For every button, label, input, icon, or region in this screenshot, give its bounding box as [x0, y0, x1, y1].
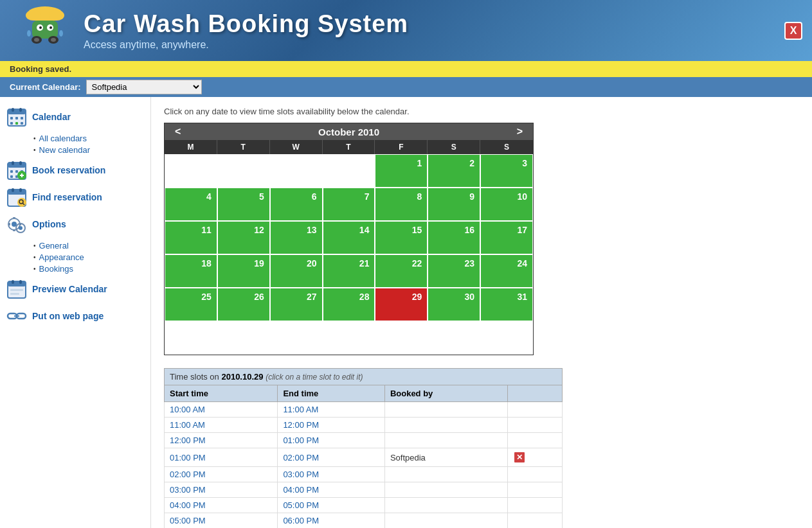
calendar-day-cell[interactable]: 18 — [165, 254, 217, 288]
calendar-day-cell[interactable]: 3 — [480, 154, 533, 188]
timeslots-header-bar: Time slots on 2010.10.29 (click on a tim… — [164, 368, 563, 385]
sidebar-appearance[interactable]: • Appearance — [33, 252, 144, 262]
timeslots-tbody: 10:00 AM11:00 AM11:00 AM12:00 PM12:00 PM… — [165, 402, 563, 529]
notification-bar: Booking saved. — [0, 61, 812, 77]
calendar-day-cell[interactable]: 30 — [428, 288, 480, 321]
timeslots-header-date: 2010.10.29 — [221, 372, 263, 382]
calendar-day-cell[interactable]: 28 — [323, 288, 375, 321]
calendar-day-cell[interactable]: 21 — [323, 254, 375, 288]
calendar-day-cell[interactable]: 17 — [480, 221, 533, 254]
calendar-day-cell[interactable]: 12 — [217, 221, 270, 254]
svg-rect-35 — [21, 173, 23, 177]
timeslot-end: 02:00 PM — [278, 448, 385, 467]
col-booked-by: Booked by — [384, 385, 507, 402]
calendar-day-cell[interactable]: 1 — [375, 154, 428, 188]
calendar-day-cell[interactable]: 7 — [323, 188, 375, 221]
sidebar-item-calendar[interactable]: Calendar — [6, 107, 144, 127]
calendar-day-cell[interactable]: 8 — [375, 188, 428, 221]
sidebar-item-book-reservation[interactable]: Book reservation — [6, 160, 144, 180]
timeslot-booked-by — [384, 482, 507, 498]
timeslot-row[interactable]: 02:00 PM03:00 PM — [165, 467, 563, 482]
calendar-bar: Current Calendar: Softpedia Default — [0, 77, 812, 97]
close-button[interactable]: X — [784, 22, 802, 40]
sidebar-all-calendars[interactable]: • All calendars — [33, 134, 144, 143]
calendar-widget: < October 2010 > MTWTFSS 123456789101112… — [164, 123, 534, 355]
sidebar-bookings[interactable]: • Bookings — [33, 264, 144, 274]
timeslot-row[interactable]: 04:00 PM05:00 PM — [165, 498, 563, 513]
timeslot-row[interactable]: 10:00 AM11:00 AM — [165, 402, 563, 418]
calendar-day-cell — [323, 154, 375, 188]
calendar-day-cell[interactable]: 5 — [217, 188, 270, 221]
calendar-days-header: MTWTFSS — [165, 140, 533, 154]
timeslots-table-header-row: Start time End time Booked by — [165, 385, 563, 402]
svg-rect-54 — [19, 280, 22, 284]
svg-rect-22 — [15, 122, 18, 125]
col-actions — [508, 385, 563, 402]
timeslot-end: 03:00 PM — [278, 467, 385, 482]
sidebar-item-find-reservation[interactable]: Find reservation — [6, 187, 144, 207]
timeslot-row[interactable]: 01:00 PM02:00 PMSoftpedia✕ — [165, 448, 563, 467]
calendar-day-cell[interactable]: 10 — [480, 188, 533, 221]
delete-booking-button[interactable]: ✕ — [513, 451, 526, 464]
svg-rect-16 — [12, 108, 14, 112]
timeslot-end: 01:00 PM — [278, 433, 385, 448]
calendar-day-cell[interactable]: 20 — [270, 254, 323, 288]
sidebar-new-calendar[interactable]: • New calendar — [33, 145, 144, 155]
calendar-day-cell[interactable]: 31 — [480, 288, 533, 321]
timeslot-start: 11:00 AM — [165, 418, 278, 433]
sidebar: Calendar • All calendars • New calendar — [0, 97, 151, 528]
timeslot-action — [508, 402, 563, 418]
timeslot-row[interactable]: 05:00 PM06:00 PM — [165, 513, 563, 529]
svg-rect-47 — [13, 217, 15, 219]
calendar-day-cell[interactable]: 11 — [165, 221, 217, 254]
svg-rect-17 — [19, 108, 22, 112]
svg-rect-56 — [10, 293, 19, 295]
content-area: Click on any date to view time slots ava… — [151, 97, 812, 528]
find-icon — [6, 187, 27, 207]
svg-rect-19 — [15, 117, 18, 119]
svg-rect-37 — [8, 189, 26, 195]
calendar-day-cell[interactable]: 26 — [217, 288, 270, 321]
calendar-day-cell[interactable]: 15 — [375, 221, 428, 254]
calendar-select[interactable]: Softpedia Default — [86, 80, 202, 94]
svg-rect-21 — [10, 122, 13, 125]
calendar-day-cell[interactable]: 14 — [323, 221, 375, 254]
timeslot-action — [508, 467, 563, 482]
day-header: T — [323, 140, 375, 154]
sidebar-general[interactable]: • General — [33, 241, 144, 251]
timeslot-end: 06:00 PM — [278, 513, 385, 529]
notification-message: Booking saved. — [10, 64, 71, 74]
timeslot-end: 04:00 PM — [278, 482, 385, 498]
calendar-day-cell[interactable]: 29 — [375, 288, 428, 321]
month-label: October 2010 — [318, 127, 379, 137]
timeslot-start: 01:00 PM — [165, 448, 278, 467]
calendar-day-cell[interactable]: 2 — [428, 154, 480, 188]
timeslot-row[interactable]: 12:00 PM01:00 PM — [165, 433, 563, 448]
calendar-day-cell[interactable]: 24 — [480, 254, 533, 288]
calendar-day-cell[interactable]: 6 — [270, 188, 323, 221]
timeslots-table: Start time End time Booked by 10:00 AM11… — [164, 385, 563, 528]
sidebar-item-put-on-web[interactable]: Put on web page — [6, 306, 144, 326]
calendar-day-cell[interactable]: 16 — [428, 221, 480, 254]
calendar-day-cell[interactable]: 4 — [165, 188, 217, 221]
svg-rect-29 — [15, 170, 18, 173]
calendar-day-cell[interactable]: 23 — [428, 254, 480, 288]
svg-rect-52 — [8, 281, 26, 286]
calendar-day-cell[interactable]: 25 — [165, 288, 217, 321]
timeslot-action — [508, 498, 563, 513]
calendar-day-cell[interactable]: 13 — [270, 221, 323, 254]
calendar-day-cell[interactable]: 27 — [270, 288, 323, 321]
calendar-day-cell[interactable]: 9 — [428, 188, 480, 221]
calendar-day-cell[interactable]: 19 — [217, 254, 270, 288]
calendar-day-cell — [323, 321, 375, 355]
calendar-day-cell[interactable]: 22 — [375, 254, 428, 288]
prev-month-button[interactable]: < — [170, 126, 186, 137]
sidebar-item-options[interactable]: Options — [6, 214, 144, 234]
timeslot-row[interactable]: 11:00 AM12:00 PM — [165, 418, 563, 433]
calendar-bar-label: Current Calendar: — [10, 82, 81, 92]
sidebar-item-preview-calendar[interactable]: Preview Calendar — [6, 279, 144, 299]
next-month-button[interactable]: > — [512, 126, 528, 137]
app-logo — [13, 5, 77, 57]
timeslot-row[interactable]: 03:00 PM04:00 PM — [165, 482, 563, 498]
svg-rect-23 — [21, 122, 23, 125]
